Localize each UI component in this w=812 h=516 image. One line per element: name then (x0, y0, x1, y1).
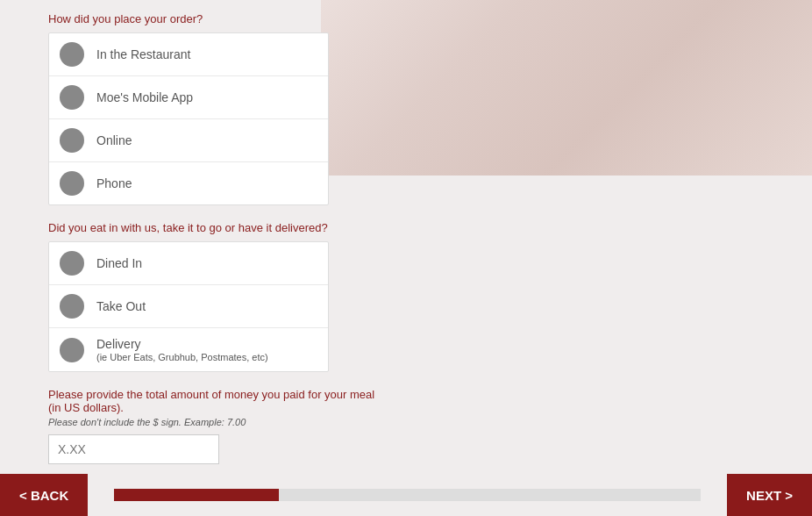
eat-style-options: Dined In Take Out Delivery (ie Uber Eats… (48, 241, 329, 372)
radio-mobile-app (60, 85, 84, 110)
radio-delivery (60, 338, 84, 362)
radio-take-out (60, 294, 84, 319)
amount-hint: Please don't include the $ sign. Example… (48, 417, 390, 427)
amount-input[interactable] (48, 434, 219, 464)
radio-in-restaurant (60, 42, 84, 67)
option-in-restaurant[interactable]: In the Restaurant (49, 33, 328, 76)
radio-dined-in (60, 251, 84, 276)
option-in-restaurant-label: In the Restaurant (96, 47, 190, 61)
option-phone[interactable]: Phone (49, 162, 328, 204)
progress-fill (114, 489, 278, 501)
option-mobile-app-label: Moe's Mobile App (96, 90, 193, 104)
option-online-label: Online (96, 133, 132, 147)
progress-bar-container (114, 489, 701, 501)
option-delivery-subtext: (ie Uber Eats, Grubhub, Postmates, etc) (96, 352, 268, 362)
radio-phone (60, 171, 84, 196)
order-placement-options: In the Restaurant Moe's Mobile App Onlin… (48, 32, 329, 205)
option-delivery[interactable]: Delivery (ie Uber Eats, Grubhub, Postmat… (49, 328, 328, 371)
option-dined-in[interactable]: Dined In (49, 242, 328, 285)
main-content: How did you place your order? In the Res… (0, 0, 438, 464)
back-button[interactable]: < BACK (0, 474, 88, 516)
option-mobile-app[interactable]: Moe's Mobile App (49, 76, 328, 119)
option-phone-label: Phone (96, 176, 132, 190)
radio-online (60, 128, 84, 153)
amount-label: Please provide the total amount of money… (48, 388, 390, 414)
option-take-out[interactable]: Take Out (49, 285, 328, 328)
option-delivery-label: Delivery (96, 337, 268, 351)
question1-label: How did you place your order? (48, 12, 390, 25)
next-button[interactable]: NEXT > (727, 474, 812, 516)
option-online[interactable]: Online (49, 119, 328, 162)
delivery-option-block: Delivery (ie Uber Eats, Grubhub, Postmat… (96, 337, 268, 362)
option-dined-in-label: Dined In (96, 256, 142, 270)
bottom-bar: < BACK NEXT > (0, 474, 812, 516)
option-take-out-label: Take Out (96, 299, 146, 313)
question2-label: Did you eat in with us, take it to go or… (48, 221, 390, 234)
